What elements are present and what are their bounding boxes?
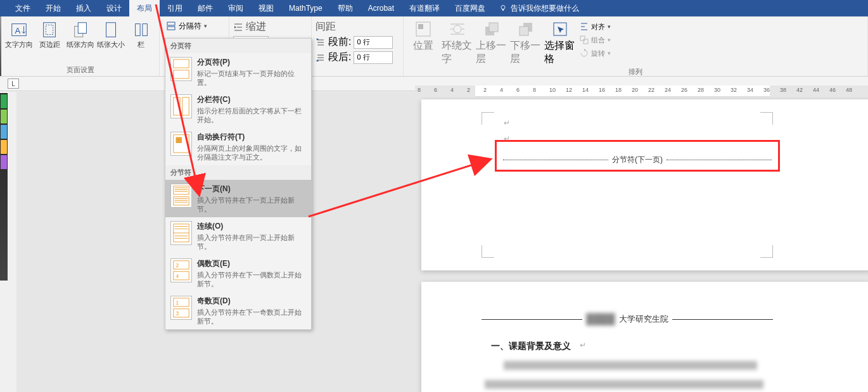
svg-rect-17 <box>489 23 498 32</box>
svg-rect-22 <box>584 39 588 44</box>
align-button[interactable]: 对齐▾ <box>578 20 612 33</box>
rotate-icon <box>580 49 589 58</box>
svg-rect-10 <box>143 24 148 36</box>
ruler-mark: 44 <box>813 87 819 93</box>
svg-rect-1 <box>502 9 504 11</box>
dd-even-page[interactable]: 24 偶数页(E)插入分节符并在下一偶数页上开始新节。 <box>165 255 311 292</box>
tab-view[interactable]: 视图 <box>251 0 281 16</box>
thumbnail-strip[interactable] <box>0 93 8 281</box>
svg-text:1: 1 <box>176 300 179 306</box>
tab-mailings[interactable]: 邮件 <box>190 0 220 16</box>
page-1[interactable]: ↵ ↵ 分节符(下一页) <box>421 99 868 270</box>
horizontal-ruler[interactable]: 8642246810121416182022242628303234363842… <box>415 85 868 97</box>
orientation-button[interactable]: 纸张方向 <box>66 19 94 64</box>
dd-continuous[interactable]: 连续(O)插入分节符并在同一页上开始新节。 <box>165 217 311 255</box>
text-wrap-break-icon <box>170 132 192 156</box>
tab-insert[interactable]: 插入 <box>68 0 99 16</box>
svg-rect-21 <box>580 36 585 41</box>
send-backward-button: 下移一层 <box>510 19 542 66</box>
ruler-mark: 14 <box>582 87 589 93</box>
ruler-mark: 4 <box>500 87 503 93</box>
margins-button[interactable]: 页边距 <box>35 19 63 64</box>
tab-review[interactable]: 审阅 <box>220 0 251 16</box>
svg-rect-19 <box>520 27 528 35</box>
next-page-icon <box>170 184 192 208</box>
dd-next-page[interactable]: 下一页(N)插入分节符并在下一页上开始新节。 <box>165 180 311 217</box>
orientation-icon <box>71 20 90 39</box>
dd-section-section-breaks: 分节符 <box>165 165 311 180</box>
tab-design[interactable]: 设计 <box>99 0 129 16</box>
document-area[interactable]: ↵ ↵ 分节符(下一页) ████ 大学研究生院 一、课题背景及意义 ↵ <box>16 92 868 392</box>
ruler-mark: 38 <box>780 87 786 93</box>
dd-odd-page[interactable]: 13 奇数页(D)插入分节符并在下一奇数页上开始新节。 <box>165 292 311 329</box>
space-before-value[interactable]: 0 行 <box>354 36 393 49</box>
dd-page-break[interactable]: 分页符(P)标记一页结束与下一页开始的位置。 <box>165 53 311 91</box>
position-button: 位置 <box>407 19 439 66</box>
selection-pane-icon <box>551 20 569 38</box>
ruler-mark: 22 <box>648 87 654 93</box>
header-blur: ████ <box>586 313 615 325</box>
ruler-mark: 28 <box>698 87 704 93</box>
dd-section-page-breaks: 分页符 <box>165 39 311 53</box>
dd-text-wrapping-break[interactable]: 自动换行符(T)分隔网页上的对象周围的文字，如分隔题注文字与正文。 <box>165 128 311 165</box>
body-blur-line <box>504 361 757 370</box>
svg-rect-7 <box>78 23 86 34</box>
tab-youdao[interactable]: 有道翻译 <box>402 0 447 16</box>
header-text: 大学研究生院 <box>619 313 668 325</box>
ruler-mark: 26 <box>681 87 687 93</box>
tab-acrobat[interactable]: Acrobat <box>361 0 402 16</box>
svg-rect-29 <box>174 186 189 194</box>
odd-page-icon: 13 <box>170 296 192 320</box>
tell-me-search[interactable]: 告诉我你想要做什么 <box>493 0 585 16</box>
ruler-mark: 6 <box>516 87 520 93</box>
tab-layout[interactable]: 布局 <box>129 0 160 16</box>
ruler-mark: 6 <box>434 87 437 93</box>
doc-heading: 一、课题背景及意义 <box>491 341 571 352</box>
tab-stop-selector[interactable]: L <box>8 79 19 89</box>
breaks-icon <box>166 21 176 31</box>
ruler-mark: 4 <box>450 87 454 93</box>
ruler-mark: 16 <box>599 87 605 93</box>
svg-text:4: 4 <box>176 273 179 279</box>
column-break-icon <box>170 94 192 118</box>
page-break-icon <box>170 57 192 81</box>
size-button[interactable]: 纸张大小 <box>97 19 125 64</box>
page-setup-group-label: 页面设置 <box>5 64 155 76</box>
tab-help[interactable]: 帮助 <box>330 0 361 16</box>
section-break-label: 分节符(下一页) <box>608 155 667 165</box>
ruler-mark: 2 <box>483 87 487 93</box>
breaks-button[interactable]: 分隔符 ▾ <box>163 19 225 33</box>
dd-column-break[interactable]: 分栏符(C)指示分栏符后面的文字将从下一栏开始。 <box>165 91 311 128</box>
svg-point-0 <box>501 6 505 9</box>
rotate-button: 旋转▾ <box>578 47 612 60</box>
send-backward-icon <box>517 20 535 38</box>
tab-references[interactable]: 引用 <box>160 0 190 16</box>
space-after-label: 段后: <box>328 51 351 64</box>
ruler-mark: 18 <box>615 87 622 93</box>
space-after-value[interactable]: 0 行 <box>354 51 393 64</box>
tab-home[interactable]: 开始 <box>38 0 68 16</box>
page-size-icon <box>101 20 120 39</box>
ruler-mark: 48 <box>846 87 852 93</box>
page-2[interactable]: ████ 大学研究生院 一、课题背景及意义 ↵ <box>421 282 868 392</box>
tab-mathtype[interactable]: MathType <box>281 0 330 16</box>
selection-pane-button[interactable]: 选择窗格 <box>544 19 576 66</box>
tab-file[interactable]: 文件 <box>8 0 38 16</box>
ruler-mark: 8 <box>418 87 421 93</box>
tab-baidu[interactable]: 百度网盘 <box>447 0 493 16</box>
bring-forward-icon <box>483 20 501 38</box>
ruler-mark: 10 <box>549 87 556 93</box>
group-button: 组合▾ <box>578 34 612 46</box>
ruler-mark: 46 <box>829 87 836 93</box>
text-direction-button[interactable]: A 文字方向 <box>5 19 33 64</box>
text-direction-icon: A <box>10 20 29 39</box>
continuous-icon <box>170 221 192 245</box>
ruler-mark: 8 <box>533 87 536 93</box>
breaks-dropdown: 分页符 分页符(P)标记一页结束与下一页开始的位置。 分栏符(C)指示分栏符后面… <box>165 38 312 330</box>
bring-forward-button: 上移一层 <box>476 19 507 66</box>
group-icon <box>580 35 589 44</box>
columns-button[interactable]: 栏 <box>127 19 155 64</box>
paragraph-mark: ↵ <box>504 118 510 127</box>
indent-header: 缩进 <box>246 20 266 34</box>
svg-text:A: A <box>15 26 21 35</box>
